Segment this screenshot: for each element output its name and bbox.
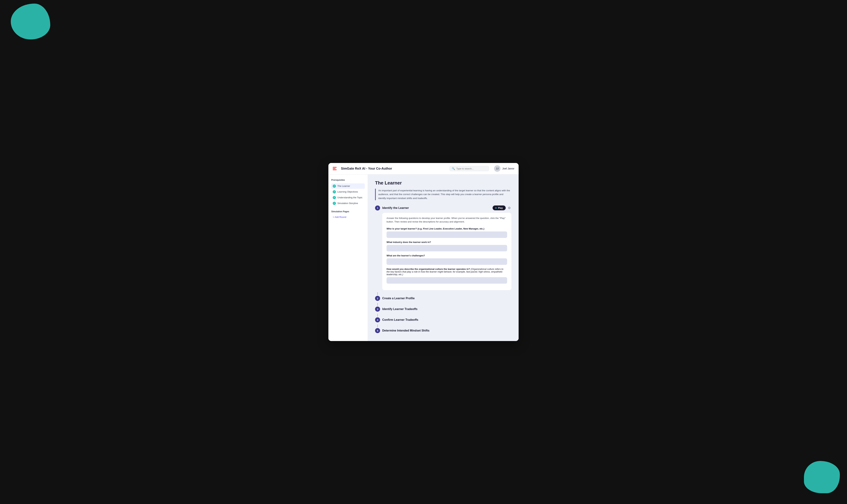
step-1-actions: Play ⚙: [492, 205, 512, 211]
blob-bottom-right: [804, 461, 840, 493]
search-icon: 🔍: [452, 167, 455, 170]
input-target-learner[interactable]: [386, 232, 507, 238]
step-5-title: Determine Intended Mindset Shifts: [382, 329, 512, 332]
page-title: The Learner: [375, 180, 512, 186]
user-name-label: Joel Janov: [502, 167, 514, 170]
step-3-title: Identify Learner Tradeoffs: [382, 307, 512, 311]
avatar: JJ: [494, 165, 500, 172]
step-5-number: 5: [375, 328, 380, 333]
step-1-number: 1: [375, 205, 380, 211]
check-icon-the-learner: [333, 184, 336, 188]
prerequisites-heading: Prerequisites: [331, 179, 365, 181]
search-input[interactable]: [456, 167, 487, 170]
search-bar[interactable]: 🔍: [450, 166, 489, 171]
user-info: JJ Joel Janov: [494, 165, 514, 172]
step-2-section: 2 Create a Learner Profile: [375, 296, 512, 301]
label-target-learner: Who is your target learner? (e.g. First …: [386, 227, 507, 230]
sidebar-item-simulation-storyline[interactable]: Simulation Storyline: [331, 201, 365, 206]
connector-3-4: [377, 314, 378, 317]
step-3-number: 3: [375, 307, 380, 312]
step-3-header[interactable]: 3 Identify Learner Tradeoffs: [375, 307, 512, 312]
label-culture-italic: (Organizational culture refers to the ke…: [386, 268, 503, 276]
intro-text: An important part of experiential learni…: [378, 188, 512, 200]
step-5-section: 5 Determine Intended Mindset Shifts: [375, 328, 512, 333]
label-culture: How would you describe the organizationa…: [386, 268, 507, 276]
body-layout: Prerequisites The Learner Learning Objec…: [328, 175, 519, 341]
header: SimGate ReX AI - Your Co-Author 🔍 JJ Joe…: [328, 163, 519, 175]
gear-button[interactable]: ⚙: [507, 205, 512, 211]
main-content: The Learner An important part of experie…: [368, 175, 519, 341]
input-industry[interactable]: [386, 245, 507, 251]
form-group-challenges: What are the learner's challenges?: [386, 254, 507, 265]
intro-block: An important part of experiential learni…: [375, 188, 512, 200]
sidebar-label-simulation-storyline: Simulation Storyline: [338, 202, 358, 204]
sidebar-item-learning-objectives[interactable]: Learning Objectives: [331, 189, 365, 195]
input-culture[interactable]: [386, 277, 507, 284]
sidebar-label-understanding-topic: Understanding the Topic: [338, 196, 362, 199]
play-icon: [496, 207, 497, 209]
form-group-industry: What industry does the learner work in?: [386, 241, 507, 251]
blob-top-left: [11, 4, 50, 39]
step-1-desc: Answer the following questions to develo…: [386, 216, 507, 224]
play-button[interactable]: Play: [492, 205, 506, 210]
step-1-section: 1 Identify the Learner Play ⚙ Answer the…: [375, 205, 512, 290]
check-icon-understanding-topic: [333, 196, 336, 199]
connector-4-5: [377, 325, 378, 327]
step-4-number: 4: [375, 317, 380, 322]
step-5-header[interactable]: 5 Determine Intended Mindset Shifts: [375, 328, 512, 333]
sidebar-item-the-learner[interactable]: The Learner: [331, 183, 365, 189]
connector-1-2: [377, 292, 378, 295]
logo-icon: [333, 167, 336, 170]
step-4-title: Confirm Learner Tradeoffs: [382, 318, 512, 322]
sidebar: Prerequisites The Learner Learning Objec…: [328, 175, 368, 341]
step-1-title: Identify the Learner: [382, 206, 490, 210]
label-industry: What industry does the learner work in?: [386, 241, 507, 244]
sidebar-label-the-learner: The Learner: [338, 185, 350, 187]
label-challenges: What are the learner's challenges?: [386, 254, 507, 257]
check-icon-learning-objectives: [333, 190, 336, 194]
check-icon-simulation-storyline: [333, 202, 336, 205]
sidebar-label-learning-objectives: Learning Objectives: [338, 191, 358, 193]
add-round-button[interactable]: + Add Round: [331, 215, 365, 219]
form-group-culture: How would you describe the organizationa…: [386, 268, 507, 284]
step-3-section: 3 Identify Learner Tradeoffs: [375, 307, 512, 312]
app-window: SimGate ReX AI - Your Co-Author 🔍 JJ Joe…: [328, 163, 519, 341]
step-2-number: 2: [375, 296, 380, 301]
step-2-title: Create a Learner Profile: [382, 297, 512, 300]
step-1-header[interactable]: 1 Identify the Learner Play ⚙: [375, 205, 512, 211]
step-4-section: 4 Confirm Learner Tradeoffs: [375, 317, 512, 322]
step-1-content: Answer the following questions to develo…: [382, 213, 512, 290]
simulation-pages-heading: Simulation Pages: [331, 210, 365, 213]
sidebar-item-understanding-topic[interactable]: Understanding the Topic: [331, 195, 365, 200]
intro-bar: [375, 188, 376, 200]
connector-2-3: [377, 303, 378, 306]
step-4-header[interactable]: 4 Confirm Learner Tradeoffs: [375, 317, 512, 322]
form-group-target-learner: Who is your target learner? (e.g. First …: [386, 227, 507, 238]
app-title: SimGate ReX AI - Your Co-Author: [341, 167, 447, 170]
play-label: Play: [498, 206, 503, 209]
step-2-header[interactable]: 2 Create a Learner Profile: [375, 296, 512, 301]
input-challenges[interactable]: [386, 258, 507, 265]
